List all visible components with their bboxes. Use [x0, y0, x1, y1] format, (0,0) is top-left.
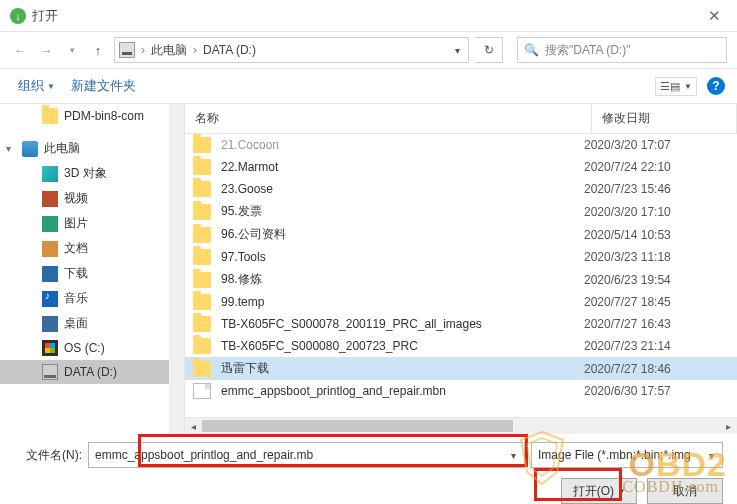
dl-icon: [42, 266, 58, 282]
tree-item[interactable]: OS (C:): [0, 336, 184, 360]
tree-item[interactable]: DATA (D:): [0, 360, 184, 384]
close-button[interactable]: ✕: [702, 5, 727, 27]
tree-item[interactable]: PDM-bin8-com: [0, 104, 184, 128]
tree-item-label: DATA (D:): [64, 365, 117, 379]
file-name: 96.公司资料: [221, 226, 584, 243]
folder-icon: [193, 204, 211, 220]
file-row[interactable]: 21.Cocoon2020/3/20 17:07: [185, 134, 737, 156]
tree-item-label: OS (C:): [64, 341, 105, 355]
file-name: 21.Cocoon: [221, 138, 584, 152]
file-row[interactable]: emmc_appsboot_printlog_and_repair.mbn202…: [185, 380, 737, 402]
win-icon: [42, 340, 58, 356]
search-icon: 🔍: [524, 43, 539, 57]
file-name: 95.发票: [221, 203, 584, 220]
tree-item[interactable]: 音乐: [0, 286, 184, 311]
up-button[interactable]: ↑: [88, 40, 108, 60]
history-dropdown[interactable]: ▾: [62, 40, 82, 60]
folder-icon: [193, 181, 211, 197]
file-row[interactable]: 22.Marmot2020/7/24 22:10: [185, 156, 737, 178]
file-name: 23.Goose: [221, 182, 584, 196]
tree-item-label: 3D 对象: [64, 165, 107, 182]
chevron-icon: ›: [141, 43, 145, 57]
column-date[interactable]: 修改日期: [592, 104, 737, 133]
address-bar[interactable]: › 此电脑 › DATA (D:) ▾: [114, 37, 469, 63]
tree-item-label: 音乐: [64, 290, 88, 307]
column-name[interactable]: 名称: [185, 104, 592, 133]
pic-icon: [42, 216, 58, 232]
file-icon: [193, 383, 211, 399]
folder-icon: [193, 294, 211, 310]
folder-icon: [193, 338, 211, 354]
folder-icon: [193, 249, 211, 265]
command-bar: 组织▼ 新建文件夹 ☰▤▼ ?: [0, 68, 737, 104]
folder-icon: [193, 159, 211, 175]
view-icon: ☰▤: [660, 80, 680, 93]
chevron-down-icon[interactable]: ▾: [504, 450, 522, 461]
file-list[interactable]: 21.Cocoon2020/3/20 17:0722.Marmot2020/7/…: [185, 134, 737, 417]
tree-item[interactable]: 图片: [0, 211, 184, 236]
file-date: 2020/7/23 21:14: [584, 339, 729, 353]
file-row[interactable]: TB-X605FC_S000078_200119_PRC_all_images2…: [185, 313, 737, 335]
file-name: 98.修炼: [221, 271, 584, 288]
file-date: 2020/7/24 22:10: [584, 160, 729, 174]
drive-icon: [119, 42, 135, 58]
file-row[interactable]: 迅雷下载2020/7/27 18:46: [185, 357, 737, 380]
tree-item-label: 图片: [64, 215, 88, 232]
window-title: 打开: [32, 7, 58, 25]
tree-item-label: 下载: [64, 265, 88, 282]
column-headers[interactable]: 名称 修改日期: [185, 104, 737, 134]
folder-icon: [193, 227, 211, 243]
tree-item[interactable]: 下载: [0, 261, 184, 286]
main-area: PDM-bin8-com▾此电脑3D 对象视频图片文档下载音乐桌面OS (C:)…: [0, 104, 737, 434]
footer: 文件名(N): emmc_appsboot_printlog_and_repai…: [0, 434, 737, 504]
cancel-button[interactable]: 取消: [647, 478, 723, 504]
file-row[interactable]: 95.发票2020/3/20 17:10: [185, 200, 737, 223]
file-row[interactable]: 23.Goose2020/7/23 15:46: [185, 178, 737, 200]
back-button[interactable]: ←: [10, 40, 30, 60]
search-input[interactable]: 🔍 搜索"DATA (D:)": [517, 37, 727, 63]
address-dropdown[interactable]: ▾: [451, 45, 464, 56]
chevron-icon: ›: [193, 43, 197, 57]
breadcrumb-pc[interactable]: 此电脑: [151, 42, 187, 59]
tree-item[interactable]: 3D 对象: [0, 161, 184, 186]
file-row[interactable]: 97.Tools2020/3/23 11:18: [185, 246, 737, 268]
horizontal-scrollbar[interactable]: ◂ ▸: [185, 417, 737, 434]
file-row[interactable]: 98.修炼2020/6/23 19:54: [185, 268, 737, 291]
view-options-button[interactable]: ☰▤▼: [655, 77, 697, 96]
search-placeholder: 搜索"DATA (D:)": [545, 42, 630, 59]
music-icon: [42, 291, 58, 307]
breadcrumb-drive[interactable]: DATA (D:): [203, 43, 256, 57]
organize-menu[interactable]: 组织▼: [12, 73, 61, 99]
help-button[interactable]: ?: [707, 77, 725, 95]
tree-item-label: 文档: [64, 240, 88, 257]
tree-item[interactable]: 桌面: [0, 311, 184, 336]
forward-button[interactable]: →: [36, 40, 56, 60]
open-button[interactable]: 打开(O) ▼: [561, 478, 637, 504]
tree-scrollbar[interactable]: [169, 104, 184, 434]
nav-tree[interactable]: PDM-bin8-com▾此电脑3D 对象视频图片文档下载音乐桌面OS (C:)…: [0, 104, 185, 434]
filename-input[interactable]: emmc_appsboot_printlog_and_repair.mb ▾: [88, 442, 525, 468]
file-date: 2020/5/14 10:53: [584, 228, 729, 242]
titlebar: ↓ 打开 ✕: [0, 0, 737, 32]
chevron-down-icon[interactable]: ▾: [702, 450, 720, 461]
tree-item-label: 视频: [64, 190, 88, 207]
file-row[interactable]: TB-X605FC_S000080_200723_PRC2020/7/23 21…: [185, 335, 737, 357]
tree-item[interactable]: ▾此电脑: [0, 136, 184, 161]
file-row[interactable]: 96.公司资料2020/5/14 10:53: [185, 223, 737, 246]
file-name: 22.Marmot: [221, 160, 584, 174]
file-date: 2020/7/23 15:46: [584, 182, 729, 196]
scroll-thumb[interactable]: [202, 420, 513, 432]
file-date: 2020/7/27 16:43: [584, 317, 729, 331]
filetype-select[interactable]: Image File (*.mbn;*.bin;*.img ▾: [531, 442, 723, 468]
scroll-right-button[interactable]: ▸: [720, 418, 737, 435]
tree-item-label: 此电脑: [44, 140, 80, 157]
new-folder-button[interactable]: 新建文件夹: [65, 73, 142, 99]
scroll-left-button[interactable]: ◂: [185, 418, 202, 435]
tree-item[interactable]: 视频: [0, 186, 184, 211]
file-name: 迅雷下载: [221, 360, 584, 377]
refresh-button[interactable]: ↻: [475, 37, 503, 63]
file-row[interactable]: 99.temp2020/7/27 18:45: [185, 291, 737, 313]
file-date: 2020/6/30 17:57: [584, 384, 729, 398]
tree-item[interactable]: 文档: [0, 236, 184, 261]
file-name: TB-X605FC_S000080_200723_PRC: [221, 339, 584, 353]
